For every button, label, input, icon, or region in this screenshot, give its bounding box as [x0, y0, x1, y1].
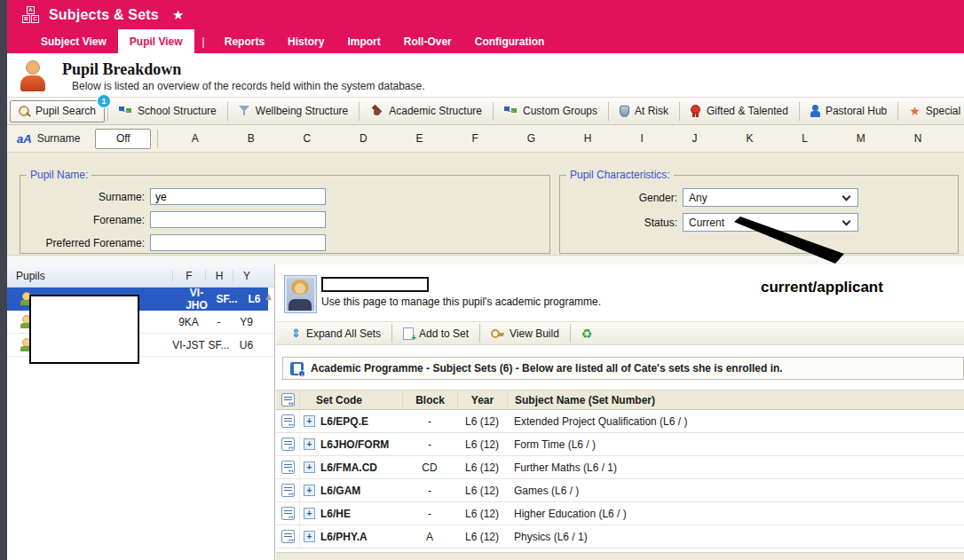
- pupils-list-header: Pupils F H Y: [7, 264, 274, 288]
- page-subtitle: Below is listed an overview of the recor…: [72, 80, 425, 92]
- set-row[interactable]: ↔ +L6JHO/FORM - L6 (12) Form Time (L6 / …: [276, 433, 964, 456]
- tab-history[interactable]: History: [276, 29, 336, 53]
- expand-plus-icon[interactable]: +: [304, 485, 315, 496]
- expand-plus-icon[interactable]: +: [304, 508, 315, 519]
- expand-plus-icon[interactable]: +: [304, 531, 315, 542]
- view-build-button[interactable]: View Build: [483, 324, 567, 343]
- expand-plus-icon[interactable]: +: [304, 461, 315, 473]
- set-row[interactable]: ↔ +L6/EPQ.E - L6 (12) Extended Project Q…: [276, 410, 964, 433]
- pastoral-hub-button[interactable]: Pastoral Hub: [802, 100, 895, 122]
- alpha-letter-g[interactable]: G: [527, 132, 535, 145]
- set-row[interactable]: ↔ +L6/GAM - L6 (12) Games (L6 / ): [276, 479, 964, 502]
- alpha-letter-d[interactable]: D: [360, 132, 367, 145]
- set-row[interactable]: ↔ +L6/FMA.CD CD L6 (12) Further Maths (L…: [276, 456, 964, 479]
- org-chart-icon: [504, 106, 518, 116]
- app-title: Subjects & Sets: [49, 7, 159, 23]
- gender-select[interactable]: Any: [683, 188, 858, 207]
- alpha-letter-h[interactable]: H: [584, 132, 592, 145]
- status-label: Status:: [560, 217, 677, 229]
- header-subject-name[interactable]: Subject Name (Set Number): [507, 390, 964, 409]
- abc-blocks-icon: A B C: [22, 6, 39, 23]
- pupil-characteristics-legend: Pupil Characteristics:: [566, 169, 674, 181]
- refresh-icon: ♻: [581, 327, 593, 341]
- pupils-header-house[interactable]: H: [205, 270, 233, 282]
- pupils-header-form[interactable]: F: [172, 270, 205, 282]
- toolbar-divider: [799, 102, 800, 121]
- alpha-letter-j[interactable]: J: [692, 132, 698, 145]
- org-chart-icon: [119, 106, 132, 116]
- alpha-letter-m[interactable]: M: [857, 132, 865, 145]
- wellbeing-structure-button[interactable]: Wellbeing Structure: [231, 100, 357, 122]
- chevron-down-icon: [842, 192, 851, 201]
- page-header: Pupil Breakdown Below is listed an overv…: [7, 53, 964, 98]
- toolbar-divider: [391, 324, 392, 343]
- timetable-icon: ↔: [281, 414, 295, 428]
- favorite-star-icon[interactable]: ★: [172, 7, 184, 23]
- screen: A B C Subjects & Sets ★ Subject View Pup…: [0, 0, 964, 560]
- alpha-letter-e[interactable]: E: [416, 132, 423, 145]
- alpha-letter-l[interactable]: L: [802, 132, 808, 145]
- table-footer-strip: [276, 552, 964, 560]
- refresh-button[interactable]: ♻: [573, 324, 601, 343]
- shield-icon: [620, 106, 629, 117]
- special-educational-needs-button[interactable]: ★ Special Educational Needs: [901, 100, 964, 122]
- set-row[interactable]: ↔ +L6/HE - L6 (12) Higher Education (L6 …: [276, 502, 964, 525]
- header-set-code[interactable]: Set Code: [299, 390, 402, 409]
- structure-toolbar: Pupil Search 1 School Structure Wellbein…: [7, 98, 964, 125]
- toolbar-divider: [359, 102, 360, 121]
- header-year[interactable]: Year: [457, 390, 507, 409]
- timetable-icon: ↔: [281, 530, 295, 543]
- forename-input[interactable]: [150, 211, 326, 228]
- academic-programme-title: Academic Programme - Subject Sets (6) - …: [311, 362, 783, 375]
- gifted-talented-button[interactable]: Gifted & Talented: [683, 100, 796, 122]
- sets-toolbar: ⇕ Expand All Sets + Add to Set View Buil…: [276, 321, 964, 345]
- tab-roll-over[interactable]: Roll-Over: [392, 29, 463, 53]
- pupil-photo: [284, 275, 317, 313]
- alpha-letter-k[interactable]: K: [746, 132, 753, 145]
- scroll-up-icon[interactable]: ▲: [265, 292, 272, 301]
- expand-plus-icon[interactable]: +: [304, 415, 315, 427]
- status-select[interactable]: Current: [683, 213, 858, 232]
- pupils-header-year[interactable]: Y: [233, 270, 260, 282]
- sets-table-header: ↔ Set Code Block Year Subject Name (Set …: [276, 390, 964, 410]
- graduation-cap-icon: [370, 106, 383, 116]
- book-info-icon: i: [290, 362, 304, 375]
- pupil-search-badge: 1: [97, 94, 111, 108]
- funnel-icon: [239, 106, 250, 116]
- pupils-header-name[interactable]: Pupils: [7, 270, 172, 282]
- header-block[interactable]: Block: [402, 390, 457, 409]
- add-page-icon: +: [403, 327, 414, 340]
- at-risk-button[interactable]: At Risk: [612, 100, 676, 122]
- preferred-forename-label: Preferred Forename:: [20, 237, 145, 249]
- surname-input[interactable]: [150, 188, 326, 205]
- redaction-box-pupil-names: [29, 295, 139, 364]
- tab-separator: |: [194, 29, 213, 53]
- alpha-letter-b[interactable]: B: [248, 132, 255, 145]
- tab-reports[interactable]: Reports: [213, 29, 276, 53]
- expand-all-sets-button[interactable]: ⇕ Expand All Sets: [283, 324, 389, 343]
- tab-pupil-view[interactable]: Pupil View: [118, 29, 194, 53]
- custom-groups-button[interactable]: Custom Groups: [496, 100, 605, 122]
- academic-programme-header: i Academic Programme - Subject Sets (6) …: [282, 357, 964, 380]
- toolbar-divider: [897, 102, 898, 121]
- pupil-search-button[interactable]: Pupil Search 1: [10, 100, 105, 122]
- pupil-name-legend: Pupil Name:: [27, 169, 91, 181]
- pupil-avatar-icon: [18, 59, 48, 93]
- academic-structure-button[interactable]: Academic Structure: [362, 100, 490, 122]
- preferred-forename-input[interactable]: [150, 234, 326, 251]
- set-row[interactable]: ↔ +L6/PHY.A A L6 (12) Physics (L6 / 1): [276, 525, 964, 548]
- tab-subject-view[interactable]: Subject View: [29, 29, 118, 53]
- alpha-letter-f[interactable]: F: [471, 132, 478, 145]
- alpha-letter-i[interactable]: I: [640, 132, 643, 145]
- alphabet-off-button[interactable]: Off: [95, 129, 151, 149]
- tab-configuration[interactable]: Configuration: [463, 29, 557, 53]
- toolbar-divider: [227, 102, 228, 121]
- alpha-letter-n[interactable]: N: [914, 132, 922, 145]
- search-icon: [19, 106, 30, 117]
- school-structure-button[interactable]: School Structure: [111, 100, 225, 122]
- tab-import[interactable]: Import: [336, 29, 391, 53]
- alpha-letter-a[interactable]: A: [192, 132, 199, 145]
- alpha-letter-c[interactable]: C: [304, 132, 312, 145]
- expand-plus-icon[interactable]: +: [304, 438, 315, 450]
- add-to-set-button[interactable]: + Add to Set: [395, 324, 477, 343]
